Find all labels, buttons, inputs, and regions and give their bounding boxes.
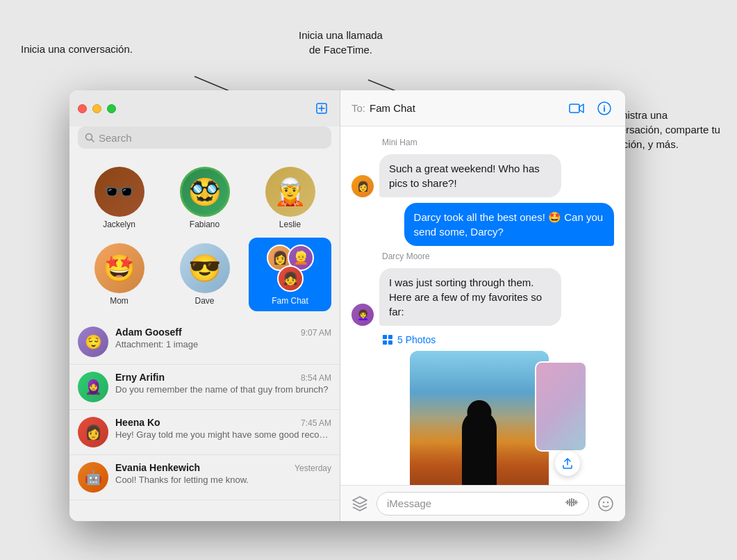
avatar-erny: 🧕 — [78, 372, 108, 402]
pinned-contact-jackelyn[interactable]: 🕶️ Jackelyn — [78, 161, 160, 235]
message-row-3: 👩‍🦱 I was just sorting through them. Her… — [351, 268, 561, 326]
conv-preview-erny: Do you remember the name of that guy fro… — [115, 384, 331, 395]
avatar-leslie: 🧝 — [265, 167, 315, 217]
search-icon — [85, 133, 94, 142]
svg-point-20 — [599, 497, 613, 511]
chat-conversation-name: Fam Chat — [370, 102, 415, 114]
svg-point-21 — [603, 501, 604, 502]
compose-button[interactable] — [312, 99, 331, 118]
svg-point-22 — [607, 501, 608, 502]
message-row-1: 👩 Such a great weekend! Who has pics to … — [351, 154, 561, 197]
photo-main[interactable] — [410, 351, 549, 485]
message-bubble-3: I was just sorting through them. Here ar… — [379, 268, 561, 326]
search-bar[interactable]: Search — [78, 126, 331, 149]
message-bubble-2: Darcy took all the best ones! 🤩 Can you … — [404, 203, 614, 246]
conversation-item-adam[interactable]: 😌 Adam Gooseff 9:07 AM Attachment: 1 ima… — [69, 320, 340, 365]
avatar-dave: 😎 — [180, 243, 230, 293]
message-input[interactable]: iMessage — [376, 492, 589, 516]
app-window: Search 🕶️ Jackelyn 🥸 Fabiano 🧝 Lesl — [69, 90, 625, 521]
sidebar: Search 🕶️ Jackelyn 🥸 Fabiano 🧝 Lesl — [69, 90, 340, 521]
photos-grid-icon — [382, 334, 393, 345]
contact-name-dave: Dave — [194, 296, 214, 306]
contact-name-fabiano: Fabiano — [190, 220, 220, 229]
conversation-item-erny[interactable]: 🧕 Erny Arifin 8:54 AM Do you remember th… — [69, 365, 340, 410]
photos-count-label: 5 Photos — [397, 334, 436, 345]
avatar-jackelyn: 🕶️ — [94, 167, 144, 217]
svg-rect-10 — [383, 335, 387, 339]
input-placeholder: iMessage — [387, 497, 431, 509]
photo-grid — [382, 351, 614, 485]
messages-area: Mini Ham 👩 Such a great weekend! Who has… — [340, 126, 625, 485]
svg-rect-11 — [388, 335, 392, 339]
contact-name-mom: Mom — [110, 296, 129, 306]
share-button[interactable] — [555, 451, 580, 476]
avatar-heena: 👩 — [78, 417, 108, 447]
traffic-lights — [78, 104, 116, 113]
sender-label-miniham: Mini Ham — [382, 138, 614, 147]
chat-area: To: Fam Chat — [340, 90, 625, 521]
photos-header: 5 Photos — [382, 334, 614, 345]
message-row-2: Darcy took all the best ones! 🤩 Can you … — [404, 203, 614, 246]
sidebar-titlebar — [69, 90, 340, 126]
avatar-evania: 🤖 — [78, 462, 108, 493]
conv-name-erny: Erny Arifin — [115, 372, 165, 383]
conv-name-adam: Adam Gooseff — [115, 327, 182, 338]
conv-preview-adam: Attachment: 1 image — [115, 339, 331, 349]
message-bubble-1: Such a great weekend! Who has pics to sh… — [379, 154, 561, 197]
conversation-item-evania[interactable]: 🤖 Evania Henkewich Yesterday Cool! Thank… — [69, 455, 340, 500]
conv-time-adam: 9:07 AM — [301, 328, 331, 338]
conv-name-evania: Evania Henkewich — [115, 462, 200, 473]
pinned-contacts: 🕶️ Jackelyn 🥸 Fabiano 🧝 Leslie 🤩 — [69, 156, 340, 320]
input-bar: iMessage — [340, 485, 625, 521]
pinned-contact-fabiano[interactable]: 🥸 Fabiano — [163, 161, 246, 235]
avatar-famchat: 👩 👱 👧 — [265, 243, 315, 293]
pinned-contact-mom[interactable]: 🤩 Mom — [78, 238, 160, 311]
conv-time-erny: 8:54 AM — [301, 373, 331, 383]
svg-rect-12 — [383, 340, 387, 345]
contact-name-leslie: Leslie — [279, 220, 301, 229]
svg-line-5 — [92, 140, 94, 142]
annotation-new-conversation: Inicia una conversación. — [21, 42, 133, 56]
avatar-fabiano: 🥸 — [180, 167, 230, 217]
svg-rect-6 — [570, 104, 579, 113]
pinned-contact-dave[interactable]: 😎 Dave — [163, 238, 246, 311]
msg-avatar-miniham: 👩 — [351, 175, 374, 197]
darcy-avatar-spacer — [382, 351, 404, 373]
conv-time-evania: Yesterday — [295, 463, 331, 473]
conv-preview-heena: Hey! Gray told me you might have some go… — [115, 429, 331, 440]
contact-name-famchat: Fam Chat — [272, 296, 308, 306]
conv-time-heena: 7:45 AM — [301, 418, 331, 428]
contact-name-jackelyn: Jackelyn — [103, 220, 135, 229]
minimize-button[interactable] — [92, 104, 101, 113]
avatar-adam: 😌 — [78, 327, 108, 357]
maximize-button[interactable] — [107, 104, 116, 113]
chat-to-label: To: — [351, 102, 365, 114]
emoji-button[interactable] — [595, 493, 617, 515]
pinned-contact-famchat[interactable]: 👩 👱 👧 Fam Chat — [249, 238, 331, 311]
chat-header-actions — [567, 99, 614, 118]
avatar-mom: 🤩 — [94, 243, 144, 293]
photo-stack — [410, 351, 549, 485]
annotation-facetime: Inicia una llamadade FaceTime. — [299, 28, 383, 57]
msg-avatar-darcy: 👩‍🦱 — [351, 304, 374, 326]
conversation-item-heena[interactable]: 👩 Heena Ko 7:45 AM Hey! Gray told me you… — [69, 410, 340, 455]
search-placeholder: Search — [99, 132, 132, 144]
chat-header: To: Fam Chat — [340, 90, 625, 126]
svg-rect-13 — [388, 340, 392, 345]
sender-label-darcy: Darcy Moore — [382, 252, 614, 261]
chat-to-section: To: Fam Chat — [351, 102, 415, 114]
close-button[interactable] — [78, 104, 87, 113]
photo-second[interactable] — [535, 361, 587, 452]
facetime-button[interactable] — [567, 99, 586, 118]
conv-preview-evania: Cool! Thanks for letting me know. — [115, 475, 331, 485]
info-button[interactable] — [595, 99, 614, 118]
audio-input-icon — [565, 496, 579, 511]
apps-button[interactable] — [349, 493, 371, 515]
pinned-contact-leslie[interactable]: 🧝 Leslie — [249, 161, 331, 235]
conversation-list: 😌 Adam Gooseff 9:07 AM Attachment: 1 ima… — [69, 320, 340, 521]
photos-attachment: 5 Photos — [351, 334, 614, 485]
conv-name-heena: Heena Ko — [115, 417, 160, 428]
svg-point-9 — [604, 105, 605, 106]
